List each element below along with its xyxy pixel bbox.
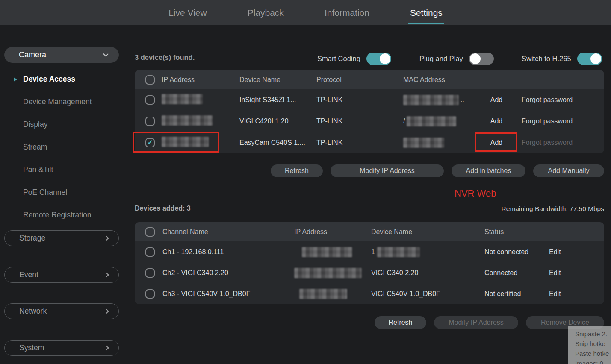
tab-information[interactable]: Information (325, 0, 369, 25)
camera-section-label: Camera (19, 50, 46, 59)
sidebar-item-device-management[interactable]: Device Management (0, 91, 128, 113)
tab-live-view[interactable]: Live View (168, 0, 207, 25)
device-name-cell: EasyCam C540S 1.... (239, 139, 305, 147)
device-name-cell: VIGI C420I 1.20 (239, 117, 289, 125)
sidebar-group-network[interactable]: Network (4, 303, 119, 319)
blurred-mac-address (407, 116, 456, 126)
forgot-password-link-disabled: Forgot password (522, 139, 573, 147)
device-name-cell: 1 (371, 247, 420, 257)
device-access-content: 3 device(s) found. Smart Coding Plug and… (128, 25, 611, 364)
sidebar-group-label: Network (19, 307, 47, 316)
edit-link[interactable]: Edit (549, 248, 561, 256)
column-header-ip: IP Address (294, 228, 327, 236)
channel-name-cell: Ch3 - VIGI C540V 1.0_DB0F (162, 290, 250, 298)
refresh-button[interactable]: Refresh (375, 316, 426, 329)
blurred-ip-address (162, 115, 213, 126)
overlay-line: Snipaste 2. (575, 329, 611, 339)
chevron-right-icon (103, 235, 109, 241)
chevron-down-icon (103, 51, 109, 57)
edit-link[interactable]: Edit (549, 269, 561, 277)
overlay-line: Paste hotke (575, 349, 611, 358)
mac-suffix: .. (460, 96, 464, 104)
column-header-mac: MAC Address (403, 76, 445, 84)
remaining-bandwidth-text: Remaining Bandwidth: 77.50 Mbps (502, 205, 604, 213)
sidebar-group-label: System (19, 343, 44, 352)
select-all-checkbox[interactable] (145, 227, 155, 237)
row-checkbox[interactable] (145, 247, 155, 257)
column-header-channel: Channel Name (162, 228, 208, 236)
mac-address-cell: /.. (403, 116, 462, 126)
switch-to-h265-toggle[interactable] (577, 53, 602, 65)
add-link[interactable]: Add (476, 117, 517, 125)
row-checkbox[interactable] (145, 268, 155, 278)
sidebar-item-remote-registration[interactable]: Remote Registration (0, 204, 128, 226)
edit-link[interactable]: Edit (549, 290, 561, 298)
overlay-line: Snip hotke (575, 339, 611, 349)
blurred-device-name (377, 247, 420, 257)
sidebar-item-label: Pan &Tilt (23, 165, 53, 174)
sidebar-group-storage[interactable]: Storage (4, 230, 119, 246)
sidebar-item-label: Device Access (23, 75, 75, 84)
tab-settings[interactable]: Settings (410, 0, 443, 25)
smart-coding-toggle[interactable] (366, 53, 391, 65)
forgot-password-link[interactable]: Forgot password (522, 117, 573, 125)
table-row: Ch2 - VIGI C340 2.20 VIGI C340 2.20 Conn… (135, 262, 604, 283)
sidebar-item-device-access[interactable]: Device Access (0, 68, 128, 91)
protocol-cell: TP-LINK (316, 96, 342, 104)
refresh-button[interactable]: Refresh (271, 164, 323, 177)
checkmark-icon: ✓ (147, 139, 153, 146)
toggle-label: Plug and Play (419, 55, 463, 63)
mac-prefix: / (403, 117, 405, 125)
channel-name-cell: Ch1 - 192.168.0.111 (162, 248, 224, 256)
nvr-web-annotation: NVR Web (455, 188, 496, 199)
discovered-devices-table: IP Address Device Name Protocol MAC Addr… (135, 70, 604, 153)
row-checkbox-checked[interactable]: ✓ (145, 138, 155, 147)
select-all-checkbox[interactable] (145, 75, 155, 85)
add-manually-button[interactable]: Add Manually (533, 164, 604, 177)
camera-subsection-list: Device Access Device Management Display … (0, 68, 128, 226)
device-name-prefix: 1 (371, 248, 375, 256)
row-checkbox[interactable] (145, 289, 155, 299)
mac-suffix: .. (458, 117, 462, 125)
status-cell: Connected (484, 269, 517, 277)
plug-and-play-toggle[interactable] (469, 53, 494, 65)
sidebar-item-label: Remote Registration (23, 211, 92, 220)
discover-actions: Refresh Modify IP Address Add in batches… (271, 164, 604, 177)
sidebar-item-label: PoE Channel (23, 188, 67, 197)
sidebar-item-display[interactable]: Display (0, 113, 128, 136)
ip-address-cell (162, 137, 209, 149)
nvr-settings-page: Live View Playback Information Settings … (0, 0, 611, 364)
protocol-cell: TP-LINK (316, 117, 342, 125)
column-header-device-name: Device Name (371, 228, 412, 236)
sidebar-item-label: Device Management (23, 97, 92, 106)
column-header-device-name: Device Name (239, 76, 280, 84)
chevron-right-icon (103, 272, 109, 278)
sidebar-item-pan-tilt[interactable]: Pan &Tilt (0, 159, 128, 181)
sidebar-group-label: Storage (19, 234, 45, 243)
modify-ip-button[interactable]: Modify IP Address (331, 164, 444, 177)
table-row: Ch3 - VIGI C540V 1.0_DB0F VIGI C540V 1.0… (135, 283, 604, 304)
toggle-label: Smart Coding (317, 55, 360, 63)
sidebar-item-stream[interactable]: Stream (0, 136, 128, 159)
add-in-batches-button[interactable]: Add in batches (452, 164, 525, 177)
sidebar-item-poe-channel[interactable]: PoE Channel (0, 181, 128, 204)
add-link[interactable]: Add (476, 139, 517, 147)
smart-coding-toggle-group: Smart Coding (317, 52, 391, 65)
ip-address-cell (294, 268, 362, 278)
h265-toggle-group: Switch to H.265 (522, 52, 602, 65)
sidebar-group-event[interactable]: Event (4, 267, 119, 283)
ip-address-cell (294, 247, 352, 257)
row-checkbox[interactable] (145, 117, 155, 126)
ip-address-cell (162, 94, 203, 106)
modify-ip-button-disabled: Modify IP Address (434, 316, 518, 329)
add-link[interactable]: Add (476, 96, 517, 104)
mac-address-cell: .. (403, 95, 464, 105)
camera-section-dropdown[interactable]: Camera (4, 47, 119, 63)
forgot-password-link[interactable]: Forgot password (522, 96, 573, 104)
sidebar-group-system[interactable]: System (4, 340, 119, 356)
table-row: VIGI C420I 1.20 TP-LINK /.. Add Forgot p… (135, 111, 604, 132)
row-checkbox[interactable] (145, 95, 155, 105)
tab-playback[interactable]: Playback (248, 0, 284, 25)
devices-found-text: 3 device(s) found. (135, 53, 195, 62)
status-cell: Not certified (484, 290, 521, 298)
